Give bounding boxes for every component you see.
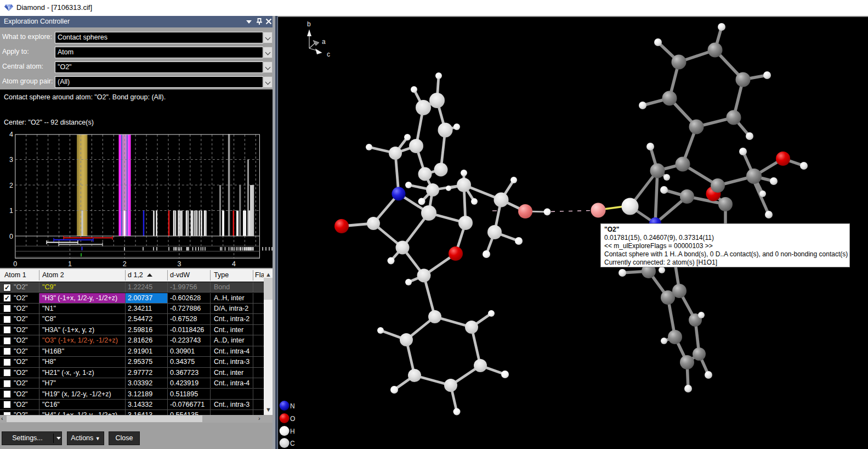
svg-text:3: 3	[177, 260, 181, 268]
svg-text:H: H	[290, 428, 295, 435]
svg-text:2: 2	[123, 260, 127, 268]
svg-text:C: C	[290, 440, 295, 447]
svg-text:O: O	[290, 415, 295, 423]
svg-text:0: 0	[13, 260, 17, 268]
svg-text:4: 4	[9, 131, 13, 138]
svg-text:a: a	[322, 38, 326, 46]
svg-text:N: N	[290, 402, 295, 410]
svg-text:1: 1	[68, 260, 72, 268]
svg-text:3: 3	[9, 156, 13, 164]
svg-text:0: 0	[9, 233, 13, 240]
svg-text:4: 4	[232, 260, 236, 268]
svg-text:1: 1	[9, 207, 13, 215]
svg-text:2: 2	[9, 182, 13, 189]
svg-text:b: b	[307, 20, 311, 28]
svg-text:c: c	[327, 50, 330, 58]
